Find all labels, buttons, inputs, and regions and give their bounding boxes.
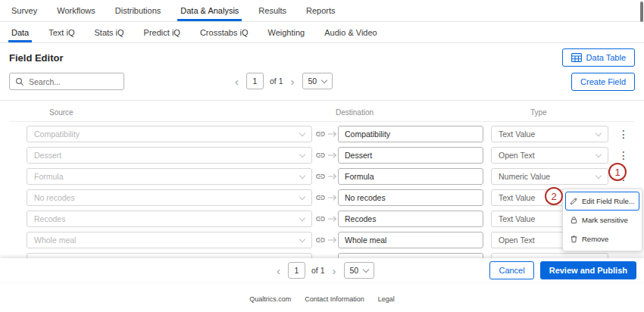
source-select[interactable] [27, 253, 312, 258]
menu-item-label: Edit Field Rule... [582, 197, 635, 205]
table-header-row: Source Destination Type [9, 105, 635, 122]
column-header-source: Source [49, 108, 73, 117]
subtab-text-iq[interactable]: Text iQ [39, 22, 84, 42]
chevron-down-icon [596, 151, 602, 157]
destination-input[interactable] [338, 253, 483, 258]
source-value: Dessert [34, 151, 61, 160]
link-icon [315, 129, 327, 139]
table-row: Whole meal Open Text ⋮ [27, 232, 644, 248]
menu-item-remove[interactable]: Remove [565, 229, 639, 248]
subtab-stats-iq[interactable]: Stats iQ [84, 22, 133, 42]
menu-item-mark-sensitive[interactable]: Mark sensitive [565, 211, 639, 229]
row-context-menu: Edit Field Rule... Mark sensitive Remove [562, 189, 642, 251]
source-select[interactable]: Compatibility [27, 126, 312, 142]
link-icon [315, 192, 327, 203]
page-size-value: 50 [350, 266, 359, 275]
subtab-weighting[interactable]: Weighting [258, 22, 314, 42]
search-box [9, 73, 124, 90]
lock-icon [570, 216, 578, 224]
chevron-down-icon [299, 214, 305, 220]
prev-page-button[interactable]: ‹ [275, 265, 282, 276]
type-value: Text Value [499, 214, 535, 223]
row-menu-button[interactable]: ⋮ [618, 150, 629, 161]
scrollbar-thumb[interactable] [640, 2, 643, 22]
footer-link-legal[interactable]: Legal [378, 295, 395, 303]
page-size-value: 50 [308, 76, 317, 86]
row-menu-button[interactable]: ⋮ [618, 129, 629, 139]
tab-workflows[interactable]: Workflows [47, 0, 105, 21]
data-table-button[interactable]: Data Table [562, 48, 635, 67]
page-number-input[interactable]: 1 [288, 262, 305, 279]
bar-buttons: Cancel Review and Publish [489, 261, 636, 279]
subtab-audio-video[interactable]: Audio & Video [314, 22, 387, 42]
menu-item-label: Mark sensitive [582, 216, 628, 224]
destination-input[interactable] [338, 126, 483, 142]
trash-icon [570, 235, 578, 243]
type-value: Open Text [499, 236, 535, 245]
app-window: Survey Workflows Distributions Data & An… [0, 0, 644, 312]
footer-link-contact[interactable]: Contact Information [305, 295, 364, 303]
annotation-badge-2: 2 [545, 187, 563, 205]
source-select[interactable]: Formula [27, 168, 312, 185]
subtab-data[interactable]: Data [2, 22, 39, 42]
arrow-connector [328, 173, 338, 180]
destination-input[interactable] [338, 147, 483, 164]
menu-item-label: Remove [582, 235, 608, 243]
next-page-button[interactable]: › [289, 76, 296, 87]
data-table-label: Data Table [586, 53, 626, 62]
review-and-publish-button[interactable]: Review and Publish [540, 261, 636, 279]
create-field-button[interactable]: Create Field [571, 73, 635, 91]
page-size-select[interactable]: 50 [344, 262, 375, 279]
footer-link-qualtrics[interactable]: Qualtrics.com [249, 295, 291, 303]
page-size-select[interactable]: 50 [302, 73, 333, 89]
destination-input[interactable] [338, 211, 483, 227]
destination-input[interactable] [338, 189, 483, 206]
type-select[interactable]: Text Value [491, 126, 608, 142]
page-title: Field Editor [9, 52, 64, 64]
type-value: Text Value [499, 129, 535, 139]
menu-item-edit-field-rule[interactable]: Edit Field Rule... [565, 192, 639, 211]
source-select[interactable]: No recodes [27, 189, 312, 206]
chevron-down-icon [596, 129, 602, 136]
chevron-down-icon [363, 266, 369, 272]
type-select[interactable]: Open Text [491, 147, 608, 164]
tab-reports[interactable]: Reports [296, 0, 345, 21]
prev-page-button[interactable]: ‹ [233, 76, 240, 87]
page-header: Field Editor Data Table [0, 43, 644, 72]
controls-row: ‹ 1 of 1 › 50 Create Field [0, 73, 644, 91]
tab-data-and-analysis[interactable]: Data & Analysis [170, 0, 249, 21]
source-value: Recodes [34, 214, 65, 223]
arrow-connector [328, 236, 338, 244]
source-select[interactable]: Whole meal [27, 232, 312, 248]
tab-results[interactable]: Results [249, 0, 296, 21]
bottom-action-bar: ‹ 1 of 1 › 50 Cancel Review and Publish [0, 258, 644, 282]
source-value: Whole meal [34, 236, 76, 245]
page-number-input[interactable]: 1 [246, 73, 264, 89]
chevron-down-icon [299, 236, 305, 242]
cancel-button[interactable]: Cancel [489, 261, 533, 279]
search-input[interactable] [29, 77, 118, 86]
subtab-predict-iq[interactable]: Predict iQ [134, 22, 190, 42]
arrow-connector [328, 151, 338, 159]
type-value: Text Value [499, 193, 535, 202]
chevron-down-icon [299, 172, 305, 178]
pagination-top: ‹ 1 of 1 › 50 [233, 73, 333, 89]
footer-links: Qualtrics.com Contact Information Legal [0, 295, 644, 303]
table-row: Recodes Text Value ⋮ [27, 211, 644, 227]
chevron-down-icon [596, 172, 602, 178]
next-page-button[interactable]: › [331, 265, 338, 276]
source-select[interactable]: Recodes [27, 211, 312, 227]
subtab-crosstabs-iq[interactable]: Crosstabs iQ [190, 22, 258, 42]
column-header-type: Type [530, 108, 547, 117]
destination-input[interactable] [338, 168, 483, 185]
chevron-down-icon [299, 129, 305, 136]
tab-distributions[interactable]: Distributions [105, 0, 171, 21]
destination-input[interactable] [338, 232, 483, 248]
type-select[interactable]: Numeric Value [491, 168, 608, 185]
type-value: Open Text [499, 151, 535, 160]
search-icon [15, 77, 24, 86]
chevron-down-icon [299, 151, 305, 157]
source-select[interactable]: Dessert [27, 147, 312, 164]
type-select[interactable] [491, 253, 608, 258]
tab-survey[interactable]: Survey [2, 0, 47, 21]
